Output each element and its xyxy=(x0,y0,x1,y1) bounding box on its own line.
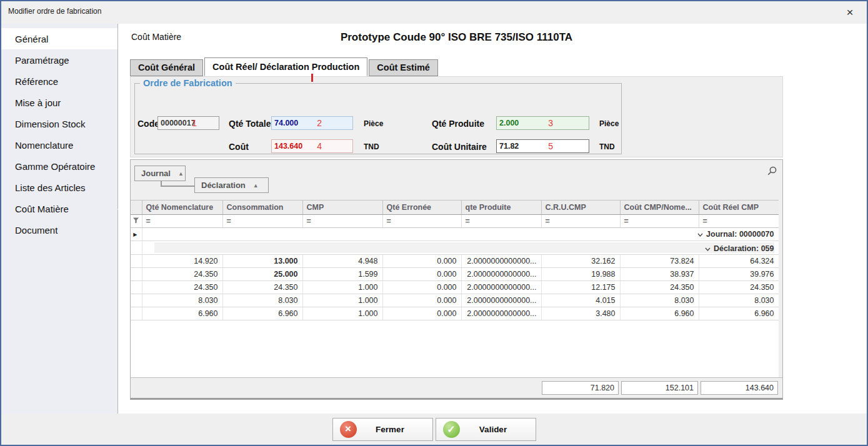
column-header-qte-erronee[interactable]: Qté Erronée xyxy=(382,201,461,215)
group-chip-journal[interactable]: Journal ▲ xyxy=(134,166,186,181)
grid-cell[interactable]: 1.599 xyxy=(302,268,382,281)
grid-cell[interactable]: 0.000 xyxy=(382,307,461,320)
sidebar-item-nomenclature[interactable]: Nomenclature xyxy=(1,134,117,156)
grid-cell[interactable]: 6.960 xyxy=(699,307,779,320)
grid-cell[interactable]: 32.162 xyxy=(541,255,620,268)
row-indicator-cell xyxy=(131,307,142,320)
grid-cell[interactable]: 2.0000000000000... xyxy=(461,268,541,281)
grid-cell-highlighted[interactable]: 13.000 xyxy=(222,255,302,268)
grid-cell[interactable]: 2.0000000000000... xyxy=(461,281,541,294)
grid-cell-highlighted[interactable]: 25.000 xyxy=(222,268,302,281)
tab-cout-estime[interactable]: Coût Estimé xyxy=(369,59,438,76)
grid-cell[interactable]: 8.030 xyxy=(222,294,302,307)
grid-row[interactable]: 6.960 6.960 1.000 0.000 2.0000000000000.… xyxy=(131,307,779,320)
filter-cell[interactable]: = xyxy=(382,215,461,228)
grid-cell[interactable]: 2.0000000000000... xyxy=(461,255,541,268)
group-row-declaration[interactable]: Déclaration: 059 xyxy=(131,241,779,255)
column-header-cmp[interactable]: CMP xyxy=(302,201,382,215)
grid-cell[interactable]: 8.030 xyxy=(699,294,779,307)
filter-cell[interactable]: = xyxy=(699,215,779,228)
grid-row[interactable]: 24.350 24.350 1.000 0.000 2.000000000000… xyxy=(131,281,779,294)
filter-cell[interactable]: = xyxy=(541,215,620,228)
column-header-qte-produite[interactable]: qte Produite xyxy=(461,201,541,215)
grid-body: Qté Nomenclature Consommation CMP Qté Er… xyxy=(131,200,779,377)
annotation-4: 4 xyxy=(317,141,322,151)
sidebar-item-cout-matiere[interactable]: Coût Matière xyxy=(1,198,117,219)
sidebar-item-mise-a-jour[interactable]: Mise à jour xyxy=(1,92,117,113)
grid-row[interactable]: 24.350 25.000 1.599 0.000 2.000000000000… xyxy=(131,268,779,281)
sidebar-item-reference[interactable]: Référence xyxy=(1,71,117,92)
group-row-journal-band[interactable]: Journal: 00000070 xyxy=(142,228,779,241)
grid-cell[interactable]: 1.000 xyxy=(302,307,382,320)
grid-cell[interactable]: 6.960 xyxy=(620,307,699,320)
column-header-consommation[interactable]: Consommation xyxy=(222,201,302,215)
grid-cell[interactable]: 0.000 xyxy=(382,281,461,294)
grid-cell[interactable]: 0.000 xyxy=(382,294,461,307)
grid-cell[interactable]: 4.015 xyxy=(541,294,620,307)
grid-cell[interactable]: 4.948 xyxy=(302,255,382,268)
column-header-qte-nomenclature[interactable]: Qté Nomenclature xyxy=(142,201,222,215)
grid-row[interactable]: 14.920 13.000 4.948 0.000 2.000000000000… xyxy=(131,255,779,268)
grid-cell[interactable]: 19.988 xyxy=(541,268,620,281)
group-chip-declaration[interactable]: Déclaration ▲ xyxy=(194,177,269,193)
sidebar-item-general[interactable]: Général xyxy=(1,28,117,49)
fermer-button[interactable]: × Fermer xyxy=(332,418,433,441)
row-indicator-cell xyxy=(131,255,142,268)
grid-row[interactable]: 8.030 8.030 1.000 0.000 2.0000000000000.… xyxy=(131,294,779,307)
column-header-cout-reel-cmp[interactable]: Coût Réel CMP xyxy=(699,201,779,215)
grid-cell[interactable]: 0.000 xyxy=(382,255,461,268)
cout-field[interactable]: 143.640 4 xyxy=(271,139,353,153)
grid-cell[interactable]: 24.350 xyxy=(142,268,222,281)
close-icon[interactable]: × xyxy=(842,4,858,21)
column-header-cout-cmp-nome[interactable]: Coût CMP/Nome... xyxy=(620,201,699,215)
code-field[interactable]: 00000017 1 xyxy=(157,116,219,130)
sidebar-item-gamme-operatoire[interactable]: Gamme Opératoire xyxy=(1,156,117,177)
grid-cell[interactable]: 6.960 xyxy=(222,307,302,320)
annotation-2: 2 xyxy=(317,118,322,128)
grid-cell[interactable]: 24.350 xyxy=(699,281,779,294)
grid-cell[interactable]: 14.920 xyxy=(142,255,222,268)
grid-cell[interactable]: 8.030 xyxy=(142,294,222,307)
grid-cell[interactable]: 73.824 xyxy=(620,255,699,268)
sidebar-item-liste-des-articles[interactable]: Liste des Articles xyxy=(1,177,117,198)
grid-cell[interactable]: 8.030 xyxy=(620,294,699,307)
grid-cell[interactable]: 2.0000000000000... xyxy=(461,294,541,307)
grid-cell[interactable]: 0.000 xyxy=(382,268,461,281)
grid-cell[interactable]: 1.000 xyxy=(302,281,382,294)
grid-cell[interactable]: 24.350 xyxy=(222,281,302,294)
filter-cell[interactable]: = xyxy=(302,215,382,228)
group-row-declaration-band[interactable]: Déclaration: 059 xyxy=(142,241,779,255)
grid-cell[interactable]: 38.937 xyxy=(620,268,699,281)
expand-icon[interactable]: ▶ xyxy=(131,228,142,241)
grid-cell[interactable]: 64.324 xyxy=(699,255,779,268)
valider-button[interactable]: ✓ Valider xyxy=(436,418,536,441)
sidebar-item-document[interactable]: Document xyxy=(1,219,117,240)
qte-produite-field[interactable]: 2.000 3 xyxy=(496,116,589,130)
filter-cell[interactable]: = xyxy=(222,215,302,228)
filter-cell[interactable]: = xyxy=(142,215,222,228)
grid-cell[interactable]: 24.350 xyxy=(142,281,222,294)
sidebar-item-parametrage[interactable]: Paramétrage xyxy=(1,49,117,71)
sidebar-nav: Général Paramétrage Référence Mise à jou… xyxy=(1,24,117,414)
grid-cell[interactable]: 39.976 xyxy=(699,268,779,281)
column-header-cru-cmp[interactable]: C.R.U.CMP xyxy=(541,201,620,215)
grid-cell[interactable]: 6.960 xyxy=(142,307,222,320)
tab-cout-general[interactable]: Coût Général xyxy=(130,59,203,76)
sidebar-item-dimension-stock[interactable]: Dimension Stock xyxy=(1,113,117,134)
column-header-row: Qté Nomenclature Consommation CMP Qté Er… xyxy=(131,201,779,215)
search-icon[interactable] xyxy=(766,166,777,177)
grid-cell[interactable]: 3.480 xyxy=(541,307,620,320)
filter-cell[interactable]: = xyxy=(461,215,541,228)
qte-totale-field[interactable]: 74.000 2 xyxy=(271,116,353,130)
filter-cell[interactable]: = xyxy=(620,215,699,228)
group-row-journal[interactable]: ▶ Journal: 00000070 xyxy=(131,228,779,241)
cout-unitaire-value: 71.82 xyxy=(499,142,519,151)
grid-cell[interactable]: 24.350 xyxy=(620,281,699,294)
group-chip-connector xyxy=(161,181,194,187)
tab-cout-reel-declaration-production[interactable]: Coût Réel/ Déclaration Production xyxy=(204,57,367,76)
grid-cell[interactable]: 1.000 xyxy=(302,294,382,307)
filter-icon[interactable] xyxy=(131,215,142,228)
grid-cell[interactable]: 2.0000000000000... xyxy=(461,307,541,320)
cout-unitaire-field[interactable]: 71.82 5 xyxy=(496,139,589,153)
grid-cell[interactable]: 12.175 xyxy=(541,281,620,294)
